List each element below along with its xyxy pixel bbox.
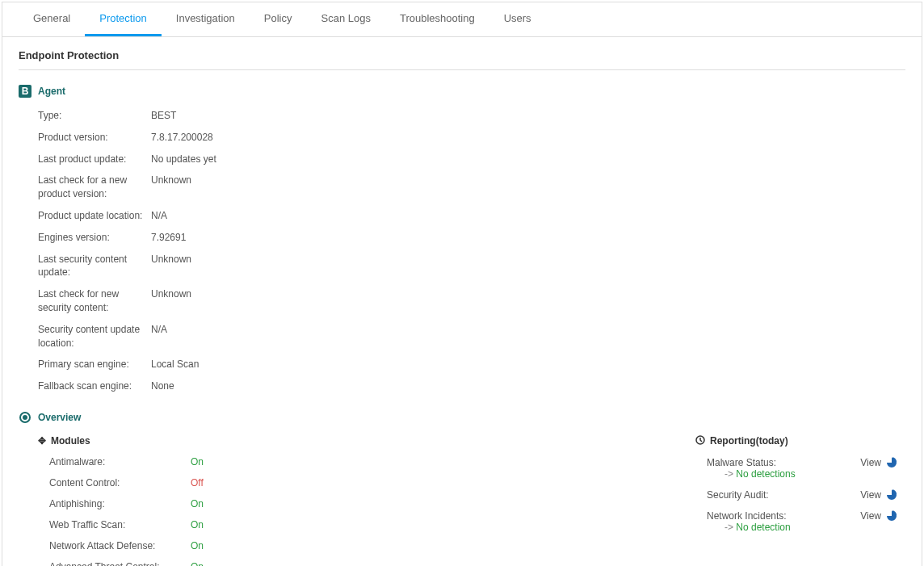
agent-product-version-value: 7.8.17.200028 — [151, 131, 213, 145]
module-advanced-threat-value: On — [191, 561, 204, 566]
agent-engines-version-label: Engines version: — [38, 231, 151, 245]
agent-last-product-update-value: No updates yet — [151, 153, 216, 166]
modules-icon: ✥ — [38, 435, 46, 447]
network-incidents-sub: No detection — [736, 522, 790, 533]
network-incidents-label: Network Incidents: — [707, 510, 791, 522]
malware-status-sub: No detections — [736, 468, 795, 480]
modules-title: Modules — [51, 435, 90, 447]
agent-last-check-security-value: Unknown — [151, 287, 191, 315]
agent-last-check-product-value: Unknown — [151, 174, 191, 201]
tab-investigation[interactable]: Investigation — [162, 2, 250, 36]
module-antimalware-label: Antimalware: — [49, 456, 191, 467]
agent-product-version-label: Product version: — [38, 131, 151, 145]
tab-scan-logs[interactable]: Scan Logs — [306, 2, 384, 36]
malware-status-view-link[interactable]: View — [860, 457, 897, 468]
overview-title: Overview — [38, 412, 81, 423]
clock-icon — [695, 435, 705, 447]
agent-last-security-update-value: Unknown — [151, 253, 191, 280]
agent-title: Agent — [38, 86, 65, 97]
module-web-traffic-value: On — [191, 519, 204, 530]
agent-last-security-update-label: Last security content update: — [38, 253, 151, 280]
module-antiphishing-value: On — [191, 498, 204, 509]
module-content-control-label: Content Control: — [49, 477, 191, 488]
tab-policy[interactable]: Policy — [250, 2, 307, 36]
module-network-attack-value: On — [191, 540, 204, 551]
pie-chart-icon — [886, 457, 897, 468]
module-antiphishing-label: Antiphishing: — [49, 498, 191, 509]
pie-chart-icon — [886, 510, 897, 522]
agent-fallback-scan-label: Fallback scan engine: — [38, 379, 151, 393]
agent-type-label: Type: — [38, 109, 151, 123]
overview-icon — [19, 411, 32, 424]
pie-chart-icon — [886, 489, 897, 501]
overview-section-header: Overview — [19, 411, 905, 424]
tab-users[interactable]: Users — [489, 2, 546, 36]
agent-primary-scan-value: Local Scan — [151, 358, 199, 371]
agent-primary-scan-label: Primary scan engine: — [38, 358, 151, 371]
reporting-header: Reporting(today) — [695, 435, 897, 447]
agent-product-update-location-label: Product update location: — [38, 209, 151, 223]
agent-last-check-product-label: Last check for a new product version: — [38, 174, 151, 201]
modules-header: ✥ Modules — [38, 435, 296, 447]
malware-status-label: Malware Status: — [707, 457, 796, 468]
agent-last-check-security-label: Last check for new security content: — [38, 287, 151, 315]
tab-bar: General Protection Investigation Policy … — [2, 2, 922, 37]
module-web-traffic-label: Web Traffic Scan: — [49, 519, 191, 530]
agent-security-update-location-value: N/A — [151, 323, 167, 350]
agent-engines-version-value: 7.92691 — [151, 231, 186, 245]
network-incidents-view-link[interactable]: View — [860, 510, 897, 522]
agent-section-header: B Agent — [19, 85, 905, 98]
agent-type-value: BEST — [151, 109, 176, 123]
agent-security-update-location-label: Security content update location: — [38, 323, 151, 350]
tab-protection[interactable]: Protection — [85, 2, 162, 36]
module-antimalware-value: On — [191, 456, 204, 467]
module-network-attack-label: Network Attack Defense: — [49, 540, 191, 551]
reporting-title: Reporting(today) — [710, 435, 788, 447]
agent-product-update-location-value: N/A — [151, 209, 167, 223]
security-audit-label: Security Audit: — [707, 489, 769, 501]
agent-last-product-update-label: Last product update: — [38, 153, 151, 166]
agent-fallback-scan-value: None — [151, 379, 174, 393]
module-advanced-threat-label: Advanced Threat Control: — [49, 561, 191, 566]
agent-icon: B — [19, 85, 32, 98]
page-title: Endpoint Protection — [19, 49, 905, 70]
tab-troubleshooting[interactable]: Troubleshooting — [385, 2, 489, 36]
agent-details: Type: BEST Product version: 7.8.17.20002… — [19, 109, 905, 393]
tab-general[interactable]: General — [19, 2, 85, 36]
security-audit-view-link[interactable]: View — [860, 489, 897, 501]
module-content-control-value: Off — [191, 477, 204, 488]
